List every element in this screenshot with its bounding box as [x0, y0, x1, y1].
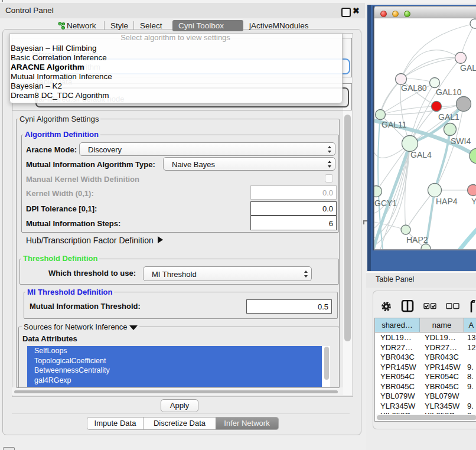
svg-text:Y: Y — [471, 197, 476, 206]
svg-text:HAP2: HAP2 — [406, 235, 428, 244]
svg-text:GAL4: GAL4 — [410, 150, 432, 159]
svg-text:GAL1: GAL1 — [438, 112, 459, 122]
svg-text:GAL7: GAL7 — [460, 63, 476, 73]
svg-text:GCY1: GCY1 — [374, 198, 397, 208]
svg-text:GAL11: GAL11 — [382, 120, 407, 129]
svg-text:GAL80: GAL80 — [401, 83, 427, 93]
svg-text:GAL10: GAL10 — [436, 87, 462, 97]
svg-text:SWI4: SWI4 — [451, 136, 471, 146]
svg-text:HAP4: HAP4 — [436, 197, 458, 206]
